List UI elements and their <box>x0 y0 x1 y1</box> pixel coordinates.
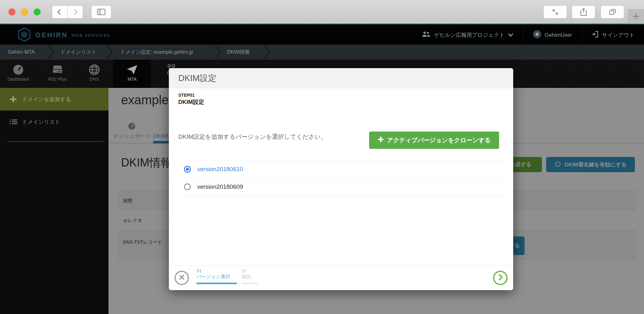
modal-header: DKIM設定 <box>169 68 513 88</box>
zoom-window-button[interactable] <box>34 8 41 15</box>
gauge-icon <box>12 63 25 76</box>
breadcrumb-separator <box>48 45 55 60</box>
plus-icon <box>378 136 384 144</box>
modal-instruction: DKIM設定を追加するバージョンを選択してください。 <box>178 133 327 141</box>
dkim-settings-modal: DKIM設定 STEP01 DKIM設定 DKIM設定を追加するバージョンを選択… <box>169 68 513 290</box>
nav-label: Dashboard <box>3 77 34 82</box>
logo-secondary-text: WEB SERVICES <box>72 33 110 38</box>
user-menu[interactable]: GehirnUser <box>533 25 572 45</box>
project-selector[interactable]: ゲヒルン広報用プロジェクト <box>421 25 514 45</box>
sidebar: ドメインを追加する ドメインリスト <box>0 88 108 314</box>
nav-item-mta[interactable]: MTA <box>113 60 151 88</box>
plus-icon <box>9 95 17 103</box>
version-radio-selected[interactable] <box>184 166 191 173</box>
nav-item-dashboard[interactable]: Dashboard <box>3 60 34 88</box>
nav-item-rs2-plus[interactable]: RS2 Plus <box>38 60 77 88</box>
header-divider <box>523 26 523 44</box>
fullscreen-button[interactable] <box>543 5 567 19</box>
logo-primary-text: GEHIRN <box>35 31 68 39</box>
clone-active-version-button[interactable]: アクティブバージョンをクローンする <box>369 132 499 149</box>
version-label[interactable]: version20180610 <box>197 166 243 173</box>
share-button[interactable] <box>572 5 595 19</box>
step-label: バージョン選択 <box>197 274 230 279</box>
modal-next-button[interactable] <box>493 271 508 285</box>
sidebar-item-add-domain[interactable]: ドメインを追加する <box>0 88 108 111</box>
paper-plane-icon <box>126 63 138 76</box>
breadcrumb-item-gehirn-mta[interactable]: Gehirn MTA <box>8 45 35 60</box>
close-window-button[interactable] <box>8 8 15 15</box>
sidebar-item-label: ドメインリスト <box>22 118 60 126</box>
app-header: GEHIRN WEB SERVICES ゲヒルン広報用プロジェクト Gehirn… <box>0 24 644 45</box>
modal-footer: 01 バージョン選択 02 確認 <box>169 265 513 290</box>
modal-title: DKIM設定 <box>169 68 513 88</box>
sidebar-icon <box>97 8 106 16</box>
sidebar-divider <box>7 141 104 142</box>
sidebar-item-label: ドメインを追加する <box>22 96 71 103</box>
chevron-down-icon <box>508 32 514 38</box>
step-label: 確認 <box>242 274 251 279</box>
minimize-window-button[interactable] <box>21 8 28 15</box>
nav-label: DNS <box>80 77 108 82</box>
breadcrumb-item-domain-settings[interactable]: ドメイン設定: example.gehirn.jp <box>120 45 193 60</box>
step-number: 02 <box>242 268 247 273</box>
chevron-left-icon <box>56 8 64 16</box>
nav-label: MTA <box>113 77 151 82</box>
clone-button-label: アクティブバージョンをクローンする <box>387 136 491 144</box>
step-indicator-2: 02 確認 <box>242 268 251 279</box>
back-button[interactable] <box>52 5 68 19</box>
step-indicator-1: 01 バージョン選択 <box>197 268 230 279</box>
signout-icon <box>591 30 599 40</box>
browser-chrome <box>0 0 644 24</box>
chevron-right-icon <box>71 8 79 16</box>
share-icon <box>580 8 587 16</box>
hexagon-logo-icon <box>18 27 31 43</box>
close-icon <box>178 273 186 282</box>
people-icon <box>421 31 431 39</box>
step-2-progress-bar <box>242 283 258 284</box>
tabs-icon <box>608 8 617 16</box>
version-list: version20180610 version20180609 <box>178 160 505 196</box>
step-1-progress-bar <box>197 283 237 284</box>
chevron-right-icon <box>497 273 504 283</box>
sidebar-toggle-button[interactable] <box>91 5 111 19</box>
nav-label: RS2 Plus <box>38 77 77 82</box>
version-radio-unselected[interactable] <box>184 183 191 190</box>
breadcrumb-item-dkim-info[interactable]: DKIM情報 <box>227 45 250 60</box>
list-icon <box>9 118 17 126</box>
breadcrumb-separator <box>264 45 270 60</box>
sidebar-item-domain-list[interactable]: ドメインリスト <box>0 111 108 133</box>
breadcrumb-separator <box>214 45 221 60</box>
project-name: ゲヒルン広報用プロジェクト <box>434 31 505 39</box>
new-tab-button[interactable] <box>628 9 644 24</box>
modal-close-button[interactable] <box>175 271 189 285</box>
signout-button[interactable]: サインアウト <box>591 25 635 45</box>
expand-arrows-icon <box>551 8 559 16</box>
globe-icon <box>88 63 101 76</box>
tab-overview-button[interactable] <box>601 5 624 19</box>
gehirn-logo[interactable]: GEHIRN WEB SERVICES <box>18 27 110 43</box>
header-divider <box>582 26 582 44</box>
user-name: GehirnUser <box>545 32 572 38</box>
step-number: 01 <box>197 268 202 273</box>
server-icon <box>51 63 64 76</box>
nav-item-dns[interactable]: DNS <box>80 60 108 88</box>
breadcrumb: Gehirn MTA ドメインリスト ドメイン設定: example.gehir… <box>0 45 644 60</box>
signout-label: サインアウト <box>602 31 635 39</box>
breadcrumb-item-domain-list[interactable]: ドメインリスト <box>60 45 97 60</box>
user-badge-icon <box>533 30 541 40</box>
forward-button[interactable] <box>67 5 83 19</box>
step-kicker: STEP01 <box>178 93 195 98</box>
step-title: DKIM設定 <box>178 98 204 106</box>
version-row-20180610[interactable]: version20180610 <box>178 160 505 178</box>
breadcrumb-separator <box>106 45 113 60</box>
version-label: version20180609 <box>197 183 243 190</box>
plus-icon <box>632 12 640 22</box>
version-row-20180609[interactable]: version20180609 <box>178 178 505 196</box>
